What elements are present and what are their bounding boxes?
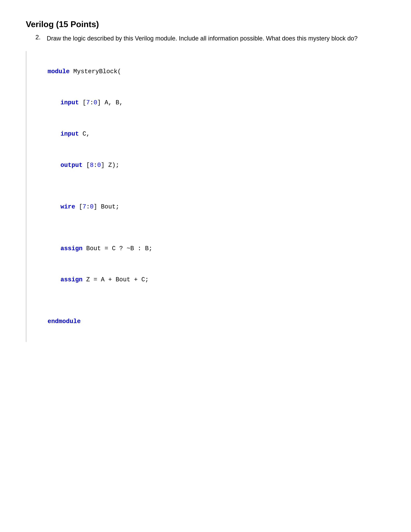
code-line-blank3 xyxy=(33,295,379,306)
output-rest: [8:0] Z); xyxy=(83,162,119,169)
assign1-rest: Bout = C ? ~B : B; xyxy=(83,245,152,252)
keyword-module: module xyxy=(47,68,70,75)
keyword-input-2: input xyxy=(60,130,79,137)
question-block: 2. Draw the logic described by this Veri… xyxy=(26,34,385,43)
wire-rest: [7:0] Bout; xyxy=(75,203,119,210)
keyword-assign-2: assign xyxy=(60,276,83,283)
code-line-assign1: assign Bout = C ? ~B : B; xyxy=(33,233,379,264)
keyword-assign-1: assign xyxy=(60,245,83,252)
code-block: module MysteryBlock( input [7:0] A, B, i… xyxy=(26,51,385,342)
keyword-output: output xyxy=(60,162,83,169)
keyword-input-1: input xyxy=(60,99,79,106)
keyword-wire: wire xyxy=(60,203,75,210)
code-line-input2: input C, xyxy=(33,118,379,150)
module-name: MysteryBlock( xyxy=(70,68,121,75)
code-line-module: module MysteryBlock( xyxy=(33,56,379,87)
keyword-endmodule: endmodule xyxy=(47,318,81,325)
code-line-output: output [8:0] Z); xyxy=(33,150,379,181)
input2-rest: C, xyxy=(79,130,90,137)
input1-rest: [7:0] A, B, xyxy=(79,99,123,106)
assign2-rest: Z = A + Bout + C; xyxy=(83,276,149,283)
question-number: 2. xyxy=(36,34,44,43)
page-title: Verilog (15 Points) xyxy=(26,19,385,29)
code-line-assign2: assign Z = A + Bout + C; xyxy=(33,264,379,295)
code-line-input1: input [7:0] A, B, xyxy=(33,87,379,118)
code-line-wire: wire [7:0] Bout; xyxy=(33,191,379,223)
code-line-blank2 xyxy=(33,223,379,233)
code-line-blank1 xyxy=(33,181,379,191)
code-line-endmodule: endmodule xyxy=(33,306,379,337)
question-text: Draw the logic described by this Verilog… xyxy=(47,34,357,43)
